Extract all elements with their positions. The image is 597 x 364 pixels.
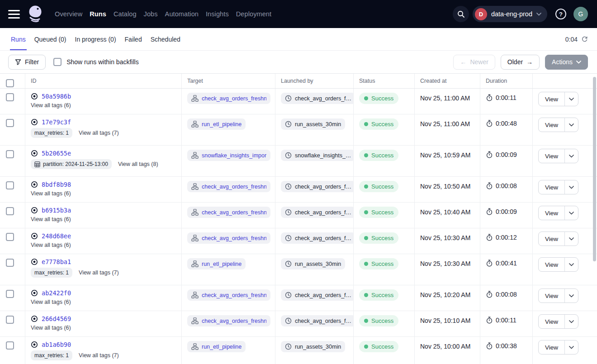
view-all-tags-link[interactable]: View all tags (7) [79, 269, 119, 276]
status-badge[interactable]: Success [359, 118, 398, 130]
launched-by-tag[interactable]: run_assets_30min [281, 118, 345, 130]
run-id-link[interactable]: b6915b3a [42, 207, 71, 214]
nav-item-insights[interactable]: Insights [206, 10, 229, 18]
target-link[interactable]: check_avg_orders_freshness [187, 181, 270, 192]
select-all-checkbox[interactable] [6, 79, 14, 87]
tab-in-progress[interactable]: In progress (0) [74, 28, 117, 50]
status-badge[interactable]: Success [359, 150, 398, 161]
view-button[interactable]: View [539, 232, 565, 246]
run-tag[interactable]: max_retries: 1 [31, 128, 72, 138]
status-badge[interactable]: Success [359, 315, 398, 326]
view-button[interactable]: View [539, 340, 565, 354]
view-dropdown-button[interactable] [565, 92, 578, 106]
select-run-checkbox[interactable] [6, 119, 14, 127]
avatar[interactable]: G [573, 7, 588, 21]
view-all-tags-link[interactable]: View all tags (8) [118, 161, 158, 167]
run-id-link[interactable]: 266d4569 [42, 315, 71, 322]
show-backfills-checkbox[interactable] [53, 58, 62, 66]
dagster-logo-icon[interactable] [26, 5, 44, 24]
select-run-checkbox[interactable] [6, 93, 14, 101]
tab-runs[interactable]: Runs [10, 28, 27, 50]
view-all-tags-link[interactable]: View all tags (6) [31, 190, 71, 197]
older-button[interactable]: Older → [501, 55, 540, 70]
tab-failed[interactable]: Failed [124, 28, 143, 50]
status-badge[interactable]: Success [359, 289, 398, 301]
run-id-link[interactable]: ab1a6b90 [42, 341, 71, 348]
launched-by-tag[interactable]: run_assets_30min [281, 258, 345, 269]
filter-button[interactable]: Filter [8, 55, 46, 70]
view-dropdown-button[interactable] [565, 149, 578, 163]
search-button[interactable] [453, 6, 469, 22]
run-tag[interactable]: partition: 2024-11-25-13:00 [31, 159, 112, 169]
view-button[interactable]: View [539, 206, 565, 220]
newer-button[interactable]: ← Newer [453, 55, 495, 70]
view-button[interactable]: View [539, 180, 565, 194]
target-link[interactable]: check_avg_orders_freshness [187, 93, 270, 104]
run-tag[interactable]: max_retries: 1 [31, 268, 72, 278]
nav-item-catalog[interactable]: Catalog [114, 10, 137, 18]
launched-by-tag[interactable]: run_assets_30min [281, 341, 345, 352]
view-button[interactable]: View [539, 149, 565, 163]
run-tag[interactable]: max_retries: 1 [31, 350, 72, 360]
view-all-tags-link[interactable]: View all tags (7) [79, 130, 119, 136]
status-badge[interactable]: Success [359, 258, 398, 269]
run-id-link[interactable]: 5b20655e [42, 150, 71, 157]
view-all-tags-link[interactable]: View all tags (7) [79, 352, 119, 359]
launched-by-tag[interactable]: check_avg_orders_f… [281, 93, 354, 104]
nav-item-jobs[interactable]: Jobs [144, 10, 158, 18]
refresh-icon[interactable] [581, 36, 588, 43]
select-run-checkbox[interactable] [6, 207, 14, 215]
vertical-scrollbar[interactable] [593, 77, 596, 261]
view-dropdown-button[interactable] [565, 315, 578, 328]
view-dropdown-button[interactable] [565, 180, 578, 194]
select-run-checkbox[interactable] [6, 341, 14, 350]
select-run-checkbox[interactable] [6, 150, 14, 158]
launched-by-tag[interactable]: check_avg_orders_f… [281, 315, 354, 326]
view-dropdown-button[interactable] [565, 206, 578, 220]
view-all-tags-link[interactable]: View all tags (6) [31, 102, 71, 109]
run-id-link[interactable]: 8bdf8b98 [42, 181, 71, 188]
target-link[interactable]: run_etl_pipeline [187, 118, 246, 130]
run-id-link[interactable]: e7778ba1 [42, 258, 71, 265]
launched-by-tag[interactable]: snowflake_insights_… [281, 150, 354, 161]
tab-queued[interactable]: Queued (0) [33, 28, 67, 50]
nav-item-deployment[interactable]: Deployment [236, 10, 271, 18]
status-badge[interactable]: Success [359, 181, 398, 192]
target-link[interactable]: check_avg_orders_freshness [187, 232, 270, 244]
select-run-checkbox[interactable] [6, 181, 14, 189]
select-run-checkbox[interactable] [6, 290, 14, 298]
view-dropdown-button[interactable] [565, 289, 578, 303]
view-all-tags-link[interactable]: View all tags (6) [31, 216, 71, 222]
target-link[interactable]: run_etl_pipeline [187, 341, 246, 352]
view-button[interactable]: View [539, 315, 565, 328]
select-run-checkbox[interactable] [6, 233, 14, 241]
view-dropdown-button[interactable] [565, 118, 578, 132]
view-all-tags-link[interactable]: View all tags (6) [31, 242, 71, 248]
launched-by-tag[interactable]: check_avg_orders_f… [281, 289, 354, 301]
view-button[interactable]: View [539, 118, 565, 132]
run-id-link[interactable]: 17e79c3f [42, 118, 71, 126]
target-link[interactable]: check_avg_orders_freshness [187, 315, 270, 326]
run-id-link[interactable]: ab2422f0 [42, 289, 71, 297]
target-link[interactable]: check_avg_orders_freshness [187, 289, 270, 301]
status-badge[interactable]: Success [359, 207, 398, 218]
nav-item-automation[interactable]: Automation [165, 10, 199, 18]
launched-by-tag[interactable]: check_avg_orders_f… [281, 181, 354, 192]
view-button[interactable]: View [539, 258, 565, 271]
view-dropdown-button[interactable] [565, 258, 578, 271]
hamburger-menu-icon[interactable] [8, 10, 20, 19]
view-all-tags-link[interactable]: View all tags (6) [31, 299, 71, 305]
select-run-checkbox[interactable] [6, 316, 14, 324]
view-dropdown-button[interactable] [565, 232, 578, 246]
select-run-checkbox[interactable] [6, 259, 14, 267]
view-button[interactable]: View [539, 92, 565, 106]
status-badge[interactable]: Success [359, 232, 398, 244]
run-id-link[interactable]: 248d68ee [42, 232, 71, 240]
tab-scheduled[interactable]: Scheduled [150, 28, 181, 50]
target-link[interactable]: snowflake_insights_import [187, 150, 270, 161]
target-link[interactable]: check_avg_orders_freshness [187, 207, 270, 218]
view-button[interactable]: View [539, 289, 565, 303]
nav-item-overview[interactable]: Overview [55, 10, 82, 18]
view-dropdown-button[interactable] [565, 340, 578, 354]
nav-item-runs[interactable]: Runs [90, 10, 106, 18]
